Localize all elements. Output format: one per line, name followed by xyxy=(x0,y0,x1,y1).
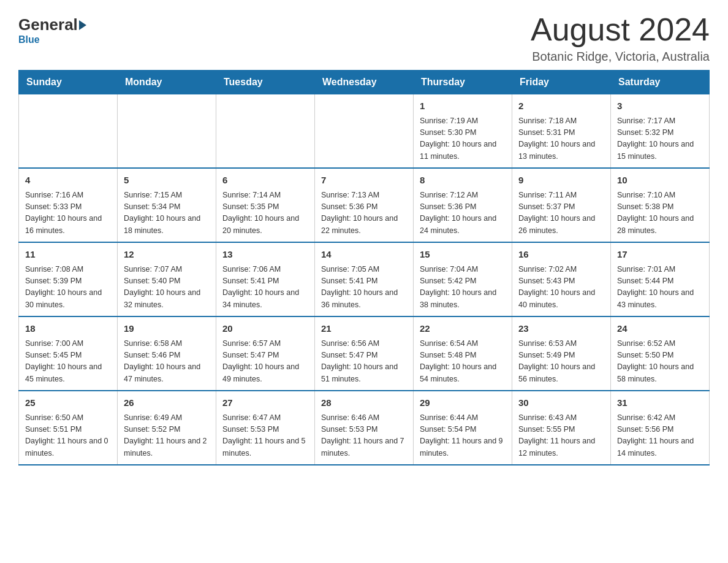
calendar-cell xyxy=(315,94,414,169)
weekday-header-sunday: Sunday xyxy=(19,71,118,94)
calendar-cell: 12Sunrise: 7:07 AM Sunset: 5:40 PM Dayli… xyxy=(118,242,216,316)
day-number: 19 xyxy=(124,322,210,336)
day-info: Sunrise: 6:53 AM Sunset: 5:49 PM Dayligh… xyxy=(518,338,604,386)
calendar-cell: 9Sunrise: 7:11 AM Sunset: 5:37 PM Daylig… xyxy=(512,168,611,242)
calendar-cell: 25Sunrise: 6:50 AM Sunset: 5:51 PM Dayli… xyxy=(19,391,118,465)
header-row: SundayMondayTuesdayWednesdayThursdayFrid… xyxy=(19,71,710,94)
location-subtitle: Botanic Ridge, Victoria, Australia xyxy=(531,50,710,64)
calendar-cell: 23Sunrise: 6:53 AM Sunset: 5:49 PM Dayli… xyxy=(512,316,611,391)
day-info: Sunrise: 7:14 AM Sunset: 5:35 PM Dayligh… xyxy=(222,190,308,237)
day-number: 15 xyxy=(420,248,506,262)
calendar-header: SundayMondayTuesdayWednesdayThursdayFrid… xyxy=(19,71,710,94)
calendar-cell: 2Sunrise: 7:18 AM Sunset: 5:31 PM Daylig… xyxy=(512,94,611,169)
calendar-cell: 20Sunrise: 6:57 AM Sunset: 5:47 PM Dayli… xyxy=(216,316,315,391)
calendar-cell xyxy=(118,94,216,169)
day-info: Sunrise: 7:15 AM Sunset: 5:34 PM Dayligh… xyxy=(124,190,210,237)
calendar-week-5: 25Sunrise: 6:50 AM Sunset: 5:51 PM Dayli… xyxy=(19,391,710,465)
day-info: Sunrise: 7:05 AM Sunset: 5:41 PM Dayligh… xyxy=(321,264,407,312)
weekday-header-friday: Friday xyxy=(512,71,611,94)
calendar-cell: 18Sunrise: 7:00 AM Sunset: 5:45 PM Dayli… xyxy=(19,316,118,391)
calendar-week-1: 1Sunrise: 7:19 AM Sunset: 5:30 PM Daylig… xyxy=(19,94,710,169)
page-header: General Blue August 2024 Botanic Ridge, … xyxy=(18,12,710,64)
day-number: 18 xyxy=(25,322,111,336)
day-info: Sunrise: 6:46 AM Sunset: 5:53 PM Dayligh… xyxy=(321,412,407,460)
day-number: 5 xyxy=(124,174,210,188)
day-info: Sunrise: 6:43 AM Sunset: 5:55 PM Dayligh… xyxy=(518,412,604,460)
weekday-header-monday: Monday xyxy=(118,71,216,94)
day-info: Sunrise: 6:56 AM Sunset: 5:47 PM Dayligh… xyxy=(321,338,407,386)
day-info: Sunrise: 7:10 AM Sunset: 5:38 PM Dayligh… xyxy=(617,190,703,237)
day-number: 23 xyxy=(518,322,604,336)
day-number: 20 xyxy=(222,322,308,336)
day-info: Sunrise: 6:49 AM Sunset: 5:52 PM Dayligh… xyxy=(124,412,210,460)
day-info: Sunrise: 7:07 AM Sunset: 5:40 PM Dayligh… xyxy=(124,264,210,312)
calendar-week-4: 18Sunrise: 7:00 AM Sunset: 5:45 PM Dayli… xyxy=(19,316,710,391)
weekday-header-tuesday: Tuesday xyxy=(216,71,315,94)
calendar-cell: 7Sunrise: 7:13 AM Sunset: 5:36 PM Daylig… xyxy=(315,168,414,242)
day-number: 1 xyxy=(420,99,506,113)
calendar-cell: 10Sunrise: 7:10 AM Sunset: 5:38 PM Dayli… xyxy=(611,168,710,242)
day-number: 25 xyxy=(25,396,111,410)
day-info: Sunrise: 7:01 AM Sunset: 5:44 PM Dayligh… xyxy=(617,264,703,312)
calendar-cell: 17Sunrise: 7:01 AM Sunset: 5:44 PM Dayli… xyxy=(611,242,710,316)
day-info: Sunrise: 7:18 AM Sunset: 5:31 PM Dayligh… xyxy=(518,115,604,163)
calendar-week-2: 4Sunrise: 7:16 AM Sunset: 5:33 PM Daylig… xyxy=(19,168,710,242)
calendar-cell: 13Sunrise: 7:06 AM Sunset: 5:41 PM Dayli… xyxy=(216,242,315,316)
calendar-cell: 29Sunrise: 6:44 AM Sunset: 5:54 PM Dayli… xyxy=(414,391,512,465)
calendar-cell: 31Sunrise: 6:42 AM Sunset: 5:56 PM Dayli… xyxy=(611,391,710,465)
day-number: 8 xyxy=(420,174,506,188)
day-info: Sunrise: 7:13 AM Sunset: 5:36 PM Dayligh… xyxy=(321,190,407,237)
calendar-cell: 14Sunrise: 7:05 AM Sunset: 5:41 PM Dayli… xyxy=(315,242,414,316)
day-number: 13 xyxy=(222,248,308,262)
calendar-table: SundayMondayTuesdayWednesdayThursdayFrid… xyxy=(18,70,710,465)
day-number: 11 xyxy=(25,248,111,262)
day-info: Sunrise: 6:57 AM Sunset: 5:47 PM Dayligh… xyxy=(222,338,308,386)
day-number: 3 xyxy=(617,99,703,113)
weekday-header-saturday: Saturday xyxy=(611,71,710,94)
logo: General Blue xyxy=(18,12,88,45)
calendar-cell: 19Sunrise: 6:58 AM Sunset: 5:46 PM Dayli… xyxy=(118,316,216,391)
day-info: Sunrise: 7:06 AM Sunset: 5:41 PM Dayligh… xyxy=(222,264,308,312)
day-info: Sunrise: 6:54 AM Sunset: 5:48 PM Dayligh… xyxy=(420,338,506,386)
day-info: Sunrise: 7:11 AM Sunset: 5:37 PM Dayligh… xyxy=(518,190,604,237)
day-info: Sunrise: 7:19 AM Sunset: 5:30 PM Dayligh… xyxy=(420,115,506,163)
calendar-cell: 28Sunrise: 6:46 AM Sunset: 5:53 PM Dayli… xyxy=(315,391,414,465)
calendar-cell: 11Sunrise: 7:08 AM Sunset: 5:39 PM Dayli… xyxy=(19,242,118,316)
day-info: Sunrise: 6:52 AM Sunset: 5:50 PM Dayligh… xyxy=(617,338,703,386)
day-info: Sunrise: 6:47 AM Sunset: 5:53 PM Dayligh… xyxy=(222,412,308,460)
calendar-cell: 27Sunrise: 6:47 AM Sunset: 5:53 PM Dayli… xyxy=(216,391,315,465)
day-number: 6 xyxy=(222,174,308,188)
day-info: Sunrise: 7:16 AM Sunset: 5:33 PM Dayligh… xyxy=(25,190,111,237)
logo-arrow-icon xyxy=(79,20,86,30)
weekday-header-thursday: Thursday xyxy=(414,71,512,94)
day-number: 30 xyxy=(518,396,604,410)
calendar-cell: 6Sunrise: 7:14 AM Sunset: 5:35 PM Daylig… xyxy=(216,168,315,242)
day-number: 7 xyxy=(321,174,407,188)
month-year-title: August 2024 xyxy=(531,12,710,47)
day-number: 12 xyxy=(124,248,210,262)
day-number: 22 xyxy=(420,322,506,336)
day-info: Sunrise: 7:17 AM Sunset: 5:32 PM Dayligh… xyxy=(617,115,703,163)
weekday-header-wednesday: Wednesday xyxy=(315,71,414,94)
day-number: 24 xyxy=(617,322,703,336)
day-info: Sunrise: 6:42 AM Sunset: 5:56 PM Dayligh… xyxy=(617,412,703,460)
day-number: 16 xyxy=(518,248,604,262)
calendar-week-3: 11Sunrise: 7:08 AM Sunset: 5:39 PM Dayli… xyxy=(19,242,710,316)
day-info: Sunrise: 7:02 AM Sunset: 5:43 PM Dayligh… xyxy=(518,264,604,312)
day-number: 4 xyxy=(25,174,111,188)
calendar-cell: 22Sunrise: 6:54 AM Sunset: 5:48 PM Dayli… xyxy=(414,316,512,391)
calendar-cell xyxy=(19,94,118,169)
calendar-cell: 4Sunrise: 7:16 AM Sunset: 5:33 PM Daylig… xyxy=(19,168,118,242)
day-number: 31 xyxy=(617,396,703,410)
day-number: 14 xyxy=(321,248,407,262)
day-number: 17 xyxy=(617,248,703,262)
calendar-cell: 16Sunrise: 7:02 AM Sunset: 5:43 PM Dayli… xyxy=(512,242,611,316)
day-number: 28 xyxy=(321,396,407,410)
calendar-cell: 3Sunrise: 7:17 AM Sunset: 5:32 PM Daylig… xyxy=(611,94,710,169)
day-info: Sunrise: 7:08 AM Sunset: 5:39 PM Dayligh… xyxy=(25,264,111,312)
day-info: Sunrise: 6:44 AM Sunset: 5:54 PM Dayligh… xyxy=(420,412,506,460)
day-number: 2 xyxy=(518,99,604,113)
day-number: 26 xyxy=(124,396,210,410)
day-number: 10 xyxy=(617,174,703,188)
title-section: August 2024 Botanic Ridge, Victoria, Aus… xyxy=(531,12,710,64)
